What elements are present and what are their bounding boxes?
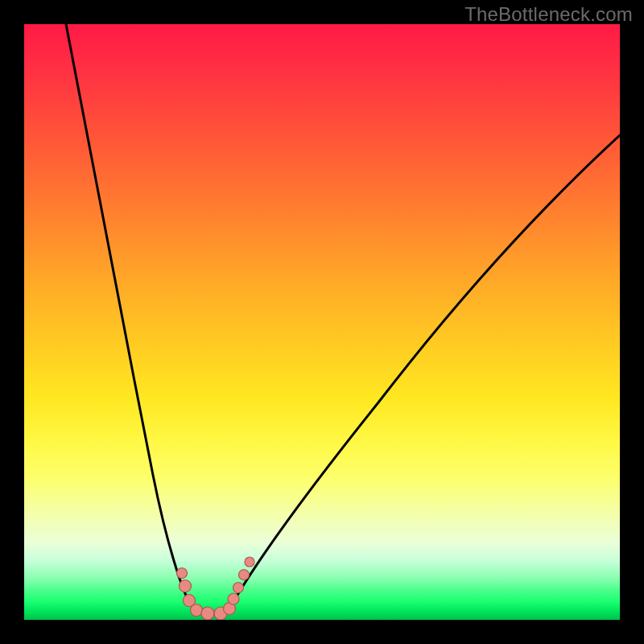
marker-group: [177, 557, 255, 620]
bottleneck-curve: [24, 24, 620, 620]
chart-frame: TheBottleneck.com: [0, 0, 644, 644]
data-marker: [239, 570, 250, 580]
data-marker: [233, 583, 244, 593]
watermark-text: TheBottleneck.com: [464, 3, 633, 26]
data-marker: [228, 593, 239, 605]
data-marker: [245, 557, 254, 567]
curve-left-branch: [66, 24, 188, 601]
data-marker: [191, 605, 203, 617]
data-marker: [201, 607, 214, 620]
data-marker: [180, 580, 192, 592]
data-marker: [177, 568, 188, 579]
curve-right-branch: [235, 135, 620, 599]
plot-area: [24, 24, 620, 620]
